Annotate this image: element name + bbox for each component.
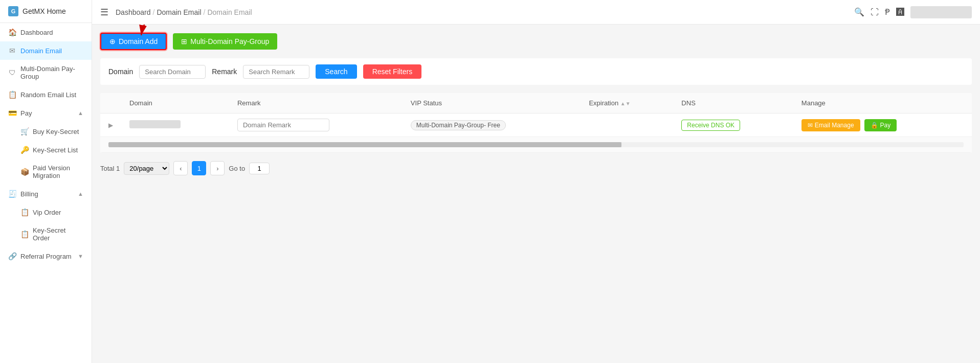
topbar-left: ☰ Dashboard / Domain Email / Domain Emai… <box>100 7 252 18</box>
manage-cell: ✉ Email Manage 🔒 Pay <box>793 114 972 137</box>
col-dns: DNS <box>673 93 793 114</box>
remark-input[interactable] <box>237 119 329 131</box>
sidebar-section-billing[interactable]: 🧾 Billing ▲ <box>0 185 92 203</box>
dns-cell: Receive DNS OK <box>673 114 793 137</box>
breadcrumb-sep-2: / <box>204 8 206 16</box>
reset-button[interactable]: Reset Filters <box>363 64 422 79</box>
breadcrumb-item-dashboard[interactable]: Dashboard <box>116 8 151 16</box>
table-container: Domain Remark VIP Status Expiration ▲▼ <box>100 93 972 153</box>
domain-add-label: Domain Add <box>119 37 158 46</box>
col-vip-status: VIP Status <box>403 93 581 114</box>
goto-label: Go to <box>229 165 245 172</box>
search-icon[interactable]: 🔍 <box>854 7 864 17</box>
col-expiration: Expiration ▲▼ <box>581 93 673 114</box>
remark-search-input[interactable] <box>243 65 309 79</box>
domain-search-input[interactable] <box>139 65 206 79</box>
email-manage-icon: ✉ <box>808 122 813 129</box>
main: ☰ Dashboard / Domain Email / Domain Emai… <box>92 0 980 363</box>
action-bar: ⊕ Domain Add ⊞ Multi-Domain Pay-Group <box>100 33 972 50</box>
sidebar-item-label: Dashboard <box>20 29 53 36</box>
breadcrumb: Dashboard / Domain Email / Domain Email <box>116 8 252 16</box>
pay-button[interactable]: 🔒 Pay <box>864 119 897 131</box>
goto-input[interactable] <box>249 163 270 174</box>
pagination: Total 1 20/page 50/page 100/page ‹ 1 › G… <box>100 161 972 175</box>
fullscreen-icon[interactable]: ⛶ <box>871 8 879 17</box>
sidebar-section-label: Pay <box>20 109 32 117</box>
next-page-button[interactable]: › <box>210 161 225 175</box>
sidebar-section-referral[interactable]: 🔗 Referral Program ▼ <box>0 247 92 265</box>
sidebar-item-label: Vip Order <box>33 209 61 216</box>
billing-icon: 🧾 <box>8 190 16 198</box>
vip-badge: Multi-Domain Pay-Group- Free <box>411 120 506 130</box>
domain-value <box>129 120 181 128</box>
sidebar-item-vip-order[interactable]: 📋 Vip Order <box>8 203 92 221</box>
sidebar-item-label: Buy Key-Secret <box>33 128 79 135</box>
logo-icon: G <box>8 6 18 16</box>
lock-icon: 🔒 <box>871 122 878 129</box>
sidebar-item-label: Random Email List <box>20 91 76 99</box>
expiration-cell <box>581 114 673 137</box>
sidebar-billing-sub: 📋 Vip Order 📋 Key-Secret Order <box>0 203 92 247</box>
vip-status-cell: Multi-Domain Pay-Group- Free <box>403 114 581 137</box>
manage-actions: ✉ Email Manage 🔒 Pay <box>801 119 964 131</box>
accessibility-icon[interactable]: 🅰 <box>896 8 904 17</box>
domain-table: Domain Remark VIP Status Expiration ▲▼ <box>100 93 972 153</box>
sidebar-item-random-email[interactable]: 📋 Random Email List <box>0 85 92 104</box>
sidebar-section-pay[interactable]: 💳 Pay ▲ <box>0 104 92 122</box>
domain-add-button[interactable]: ⊕ Domain Add <box>100 33 167 50</box>
domain-filter-label: Domain <box>108 67 133 76</box>
font-size-icon[interactable]: Ᵽ <box>885 7 890 17</box>
topbar: ☰ Dashboard / Domain Email / Domain Emai… <box>92 0 980 25</box>
multi-domain-button[interactable]: ⊞ Multi-Domain Pay-Group <box>173 33 277 50</box>
order2-icon: 📋 <box>20 230 29 238</box>
sidebar-item-dashboard[interactable]: 🏠 Dashboard <box>0 23 92 41</box>
multi-icon: ⊞ <box>181 37 187 46</box>
package-icon: 📦 <box>20 168 29 176</box>
sidebar-item-buy-key-secret[interactable]: 🛒 Buy Key-Secret <box>8 122 92 141</box>
filter-bar: Domain Remark Search Reset Filters <box>100 58 972 85</box>
topbar-right: 🔍 ⛶ Ᵽ 🅰 <box>854 6 972 18</box>
key-icon: 🔑 <box>20 146 29 154</box>
row-expand-button[interactable]: ▶ <box>108 122 113 129</box>
scrollbar-cell <box>100 137 972 153</box>
sidebar-item-label: Domain Email <box>20 47 62 55</box>
col-manage: Manage <box>793 93 972 114</box>
sidebar-item-key-secret-order[interactable]: 📋 Key-Secret Order <box>8 221 92 247</box>
multi-domain-label: Multi-Domain Pay-Group <box>190 37 269 46</box>
pay-icon: 💳 <box>8 109 16 117</box>
referral-icon: 🔗 <box>8 252 16 260</box>
sidebar-item-label: Key-Secret List <box>33 146 78 154</box>
sidebar-item-multi-domain[interactable]: 🛡 Multi-Domain Pay-Group <box>0 60 92 85</box>
home-icon: 🏠 <box>8 28 16 36</box>
chevron-down-icon: ▼ <box>78 253 83 259</box>
email-manage-button[interactable]: ✉ Email Manage <box>801 119 860 131</box>
sidebar-item-paid-version-migration[interactable]: 📦 Paid Version Migration <box>8 159 92 185</box>
user-info[interactable] <box>910 6 972 18</box>
pagination-total: Total 1 <box>100 165 120 172</box>
sidebar-item-key-secret-list[interactable]: 🔑 Key-Secret List <box>8 141 92 159</box>
menu-icon[interactable]: ☰ <box>100 7 108 18</box>
breadcrumb-item-domain-email-2: Domain Email <box>207 8 252 16</box>
list-icon: 📋 <box>8 90 16 99</box>
remark-filter-label: Remark <box>212 67 237 76</box>
sidebar-item-label: Paid Version Migration <box>33 164 83 179</box>
prev-page-button[interactable]: ‹ <box>173 161 188 175</box>
content: ⊕ Domain Add ⊞ Multi-Domain Pay-Group Do… <box>92 25 980 363</box>
sidebar-logo[interactable]: G GetMX Home <box>0 0 92 23</box>
sidebar-item-domain-email[interactable]: ✉ Domain Email <box>0 41 92 60</box>
cart-icon: 🛒 <box>20 127 29 135</box>
scrollbar-row <box>100 137 972 153</box>
sidebar-item-label: Multi-Domain Pay-Group <box>20 65 83 80</box>
table-row: ▶ Multi-Domain Pay-Group- Free <box>100 114 972 137</box>
search-button[interactable]: Search <box>316 64 357 79</box>
sidebar: G GetMX Home 🏠 Dashboard ✉ Domain Email … <box>0 0 92 363</box>
page-size-select[interactable]: 20/page 50/page 100/page <box>124 162 169 175</box>
page-1-button[interactable]: 1 <box>192 161 206 175</box>
plus-icon: ⊕ <box>109 37 116 46</box>
sort-icon[interactable]: ▲▼ <box>620 101 631 106</box>
chevron-up-icon: ▲ <box>78 191 83 197</box>
table-header-row: Domain Remark VIP Status Expiration ▲▼ <box>100 93 972 114</box>
order-icon: 📋 <box>20 208 29 216</box>
breadcrumb-item-domain-email-1[interactable]: Domain Email <box>157 8 201 16</box>
dns-badge: Receive DNS OK <box>681 120 740 131</box>
